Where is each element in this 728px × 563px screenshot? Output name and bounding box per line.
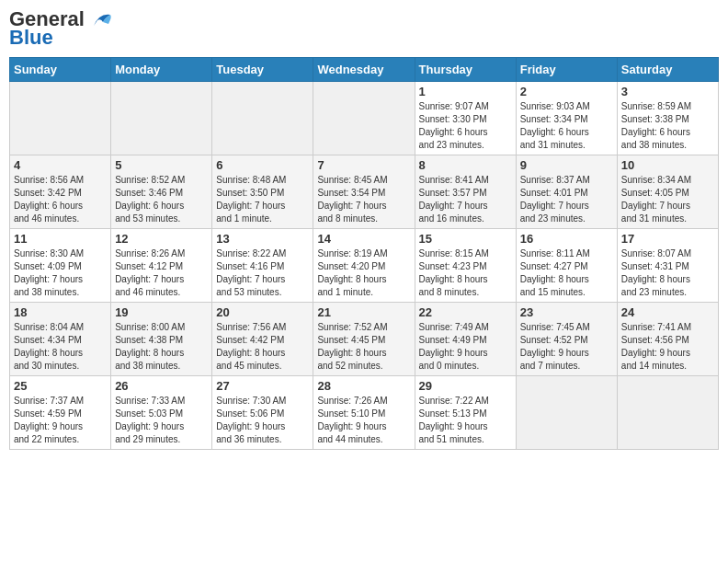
day-info: Sunrise: 7:52 AM Sunset: 4:45 PM Dayligh… <box>317 321 410 373</box>
calendar-cell: 17Sunrise: 8:07 AM Sunset: 4:31 PM Dayli… <box>617 229 718 303</box>
day-number: 26 <box>115 379 208 393</box>
calendar-cell: 22Sunrise: 7:49 AM Sunset: 4:49 PM Dayli… <box>415 303 516 376</box>
day-number: 11 <box>14 232 107 246</box>
day-number: 27 <box>216 379 309 393</box>
day-number: 25 <box>14 379 107 393</box>
header: General Blue <box>9 9 719 50</box>
calendar-cell <box>111 82 212 155</box>
calendar-cell: 27Sunrise: 7:30 AM Sunset: 5:06 PM Dayli… <box>212 376 313 450</box>
calendar-cell: 24Sunrise: 7:41 AM Sunset: 4:56 PM Dayli… <box>617 303 718 376</box>
calendar-cell: 18Sunrise: 8:04 AM Sunset: 4:34 PM Dayli… <box>10 303 111 376</box>
calendar-cell: 14Sunrise: 8:19 AM Sunset: 4:20 PM Dayli… <box>313 229 415 303</box>
calendar-cell: 8Sunrise: 8:41 AM Sunset: 3:57 PM Daylig… <box>415 155 516 229</box>
calendar-cell: 23Sunrise: 7:45 AM Sunset: 4:52 PM Dayli… <box>516 303 617 376</box>
day-info: Sunrise: 8:19 AM Sunset: 4:20 PM Dayligh… <box>317 247 410 299</box>
day-info: Sunrise: 8:59 AM Sunset: 3:38 PM Dayligh… <box>621 100 714 152</box>
calendar-table: SundayMondayTuesdayWednesdayThursdayFrid… <box>9 57 719 450</box>
calendar-cell: 13Sunrise: 8:22 AM Sunset: 4:16 PM Dayli… <box>212 229 313 303</box>
logo-bird-icon <box>86 9 116 29</box>
day-info: Sunrise: 7:30 AM Sunset: 5:06 PM Dayligh… <box>216 395 309 446</box>
calendar-cell: 1Sunrise: 9:07 AM Sunset: 3:30 PM Daylig… <box>415 82 516 155</box>
calendar-cell: 21Sunrise: 7:52 AM Sunset: 4:45 PM Dayli… <box>313 303 415 376</box>
day-info: Sunrise: 8:22 AM Sunset: 4:16 PM Dayligh… <box>216 247 309 299</box>
day-number: 3 <box>621 85 714 98</box>
calendar-week-1: 1Sunrise: 9:07 AM Sunset: 3:30 PM Daylig… <box>10 82 719 155</box>
day-info: Sunrise: 8:26 AM Sunset: 4:12 PM Dayligh… <box>115 247 208 299</box>
calendar-cell <box>10 82 111 155</box>
day-info: Sunrise: 8:48 AM Sunset: 3:50 PM Dayligh… <box>216 174 309 225</box>
calendar-week-5: 25Sunrise: 7:37 AM Sunset: 4:59 PM Dayli… <box>10 376 719 450</box>
calendar-cell: 7Sunrise: 8:45 AM Sunset: 3:54 PM Daylig… <box>313 155 415 229</box>
day-number: 16 <box>520 232 613 246</box>
day-number: 20 <box>216 305 309 319</box>
day-number: 2 <box>520 85 613 98</box>
day-number: 8 <box>419 158 512 172</box>
calendar-cell: 19Sunrise: 8:00 AM Sunset: 4:38 PM Dayli… <box>111 303 212 376</box>
day-info: Sunrise: 7:37 AM Sunset: 4:59 PM Dayligh… <box>14 395 107 446</box>
calendar-cell: 9Sunrise: 8:37 AM Sunset: 4:01 PM Daylig… <box>516 155 617 229</box>
calendar-cell: 25Sunrise: 7:37 AM Sunset: 4:59 PM Dayli… <box>10 376 111 450</box>
calendar-cell: 2Sunrise: 9:03 AM Sunset: 3:34 PM Daylig… <box>516 82 617 155</box>
day-number: 29 <box>419 379 512 393</box>
day-number: 4 <box>14 158 107 172</box>
weekday-header-thursday: Thursday <box>415 58 516 82</box>
calendar-cell: 11Sunrise: 8:30 AM Sunset: 4:09 PM Dayli… <box>10 229 111 303</box>
calendar-cell: 26Sunrise: 7:33 AM Sunset: 5:03 PM Dayli… <box>111 376 212 450</box>
logo: General Blue <box>9 9 116 50</box>
day-number: 28 <box>317 379 410 393</box>
day-info: Sunrise: 7:22 AM Sunset: 5:13 PM Dayligh… <box>419 395 512 446</box>
day-info: Sunrise: 8:34 AM Sunset: 4:05 PM Dayligh… <box>621 174 714 225</box>
calendar-cell <box>516 376 617 450</box>
day-number: 14 <box>317 232 410 246</box>
calendar-cell: 12Sunrise: 8:26 AM Sunset: 4:12 PM Dayli… <box>111 229 212 303</box>
day-info: Sunrise: 8:45 AM Sunset: 3:54 PM Dayligh… <box>317 174 410 225</box>
calendar-cell: 16Sunrise: 8:11 AM Sunset: 4:27 PM Dayli… <box>516 229 617 303</box>
day-number: 15 <box>419 232 512 246</box>
day-number: 5 <box>115 158 208 172</box>
day-info: Sunrise: 8:11 AM Sunset: 4:27 PM Dayligh… <box>520 247 613 299</box>
weekday-header-tuesday: Tuesday <box>212 58 313 82</box>
calendar-cell: 3Sunrise: 8:59 AM Sunset: 3:38 PM Daylig… <box>617 82 718 155</box>
day-info: Sunrise: 8:41 AM Sunset: 3:57 PM Dayligh… <box>419 174 512 225</box>
calendar-cell <box>617 376 718 450</box>
day-number: 13 <box>216 232 309 246</box>
day-info: Sunrise: 8:30 AM Sunset: 4:09 PM Dayligh… <box>14 247 107 299</box>
calendar-week-4: 18Sunrise: 8:04 AM Sunset: 4:34 PM Dayli… <box>10 303 719 376</box>
calendar-cell: 4Sunrise: 8:56 AM Sunset: 3:42 PM Daylig… <box>10 155 111 229</box>
day-info: Sunrise: 7:26 AM Sunset: 5:10 PM Dayligh… <box>317 395 410 446</box>
day-info: Sunrise: 8:04 AM Sunset: 4:34 PM Dayligh… <box>14 321 107 373</box>
calendar-header: SundayMondayTuesdayWednesdayThursdayFrid… <box>10 58 719 82</box>
calendar-cell <box>313 82 415 155</box>
day-info: Sunrise: 8:07 AM Sunset: 4:31 PM Dayligh… <box>621 247 714 299</box>
day-number: 19 <box>115 305 208 319</box>
weekday-header-wednesday: Wednesday <box>313 58 415 82</box>
day-number: 21 <box>317 305 410 319</box>
calendar-cell: 15Sunrise: 8:15 AM Sunset: 4:23 PM Dayli… <box>415 229 516 303</box>
day-number: 10 <box>621 158 714 172</box>
calendar-cell: 29Sunrise: 7:22 AM Sunset: 5:13 PM Dayli… <box>415 376 516 450</box>
day-number: 1 <box>419 85 512 98</box>
day-info: Sunrise: 7:33 AM Sunset: 5:03 PM Dayligh… <box>115 395 208 446</box>
day-number: 12 <box>115 232 208 246</box>
calendar-week-2: 4Sunrise: 8:56 AM Sunset: 3:42 PM Daylig… <box>10 155 719 229</box>
day-info: Sunrise: 8:52 AM Sunset: 3:46 PM Dayligh… <box>115 174 208 225</box>
logo-blue: Blue <box>9 26 53 50</box>
calendar-cell: 10Sunrise: 8:34 AM Sunset: 4:05 PM Dayli… <box>617 155 718 229</box>
day-number: 6 <box>216 158 309 172</box>
weekday-header-monday: Monday <box>111 58 212 82</box>
calendar-cell: 20Sunrise: 7:56 AM Sunset: 4:42 PM Dayli… <box>212 303 313 376</box>
day-info: Sunrise: 8:15 AM Sunset: 4:23 PM Dayligh… <box>419 247 512 299</box>
day-info: Sunrise: 8:00 AM Sunset: 4:38 PM Dayligh… <box>115 321 208 373</box>
day-number: 23 <box>520 305 613 319</box>
day-info: Sunrise: 7:41 AM Sunset: 4:56 PM Dayligh… <box>621 321 714 373</box>
calendar-cell: 28Sunrise: 7:26 AM Sunset: 5:10 PM Dayli… <box>313 376 415 450</box>
day-number: 18 <box>14 305 107 319</box>
day-info: Sunrise: 9:03 AM Sunset: 3:34 PM Dayligh… <box>520 100 613 152</box>
day-info: Sunrise: 9:07 AM Sunset: 3:30 PM Dayligh… <box>419 100 512 152</box>
calendar-cell <box>212 82 313 155</box>
calendar-cell: 6Sunrise: 8:48 AM Sunset: 3:50 PM Daylig… <box>212 155 313 229</box>
weekday-header-saturday: Saturday <box>617 58 718 82</box>
day-number: 9 <box>520 158 613 172</box>
day-info: Sunrise: 7:56 AM Sunset: 4:42 PM Dayligh… <box>216 321 309 373</box>
day-number: 7 <box>317 158 410 172</box>
